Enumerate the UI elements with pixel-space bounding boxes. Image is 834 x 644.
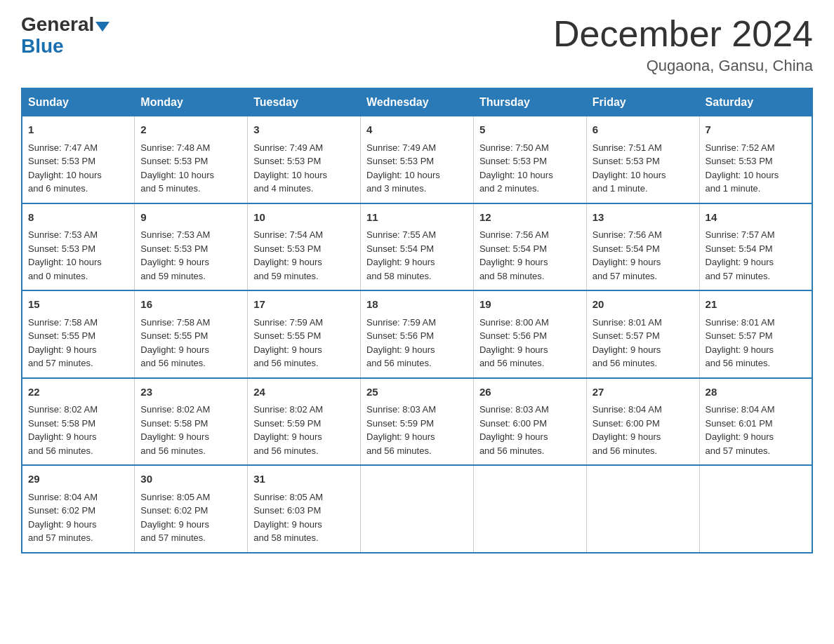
day-info: Sunrise: 8:02 AMSunset: 5:58 PMDaylight:… [140, 404, 210, 456]
day-info: Sunrise: 7:49 AMSunset: 5:53 PMDaylight:… [253, 142, 327, 194]
day-info: Sunrise: 8:03 AMSunset: 6:00 PMDaylight:… [479, 404, 549, 456]
page-header: General Blue December 2024 Qugaona, Gans… [21, 14, 813, 75]
calendar-week-row: 1Sunrise: 7:47 AMSunset: 5:53 PMDaylight… [22, 116, 812, 203]
table-row: 3Sunrise: 7:49 AMSunset: 5:53 PMDaylight… [248, 116, 361, 203]
calendar-week-row: 8Sunrise: 7:53 AMSunset: 5:53 PMDaylight… [22, 203, 812, 291]
day-info: Sunrise: 7:56 AMSunset: 5:54 PMDaylight:… [479, 229, 549, 281]
header-sunday: Sunday [22, 88, 135, 116]
day-info: Sunrise: 7:47 AMSunset: 5:53 PMDaylight:… [28, 142, 102, 194]
day-number: 9 [140, 210, 241, 226]
header-friday: Friday [586, 88, 699, 116]
day-info: Sunrise: 8:01 AMSunset: 5:57 PMDaylight:… [706, 317, 775, 369]
day-number: 25 [366, 384, 468, 401]
table-row: 25Sunrise: 8:03 AMSunset: 5:59 PMDayligh… [361, 378, 474, 466]
header-monday: Monday [135, 88, 248, 116]
day-number: 17 [253, 297, 355, 313]
table-row: 20Sunrise: 8:01 AMSunset: 5:57 PMDayligh… [586, 290, 699, 378]
day-info: Sunrise: 8:01 AMSunset: 5:57 PMDaylight:… [593, 317, 662, 369]
day-info: Sunrise: 7:51 AMSunset: 5:53 PMDaylight:… [593, 142, 666, 194]
table-row: 13Sunrise: 7:56 AMSunset: 5:54 PMDayligh… [586, 203, 699, 291]
day-number: 24 [253, 384, 355, 401]
table-row: 4Sunrise: 7:49 AMSunset: 5:53 PMDaylight… [361, 116, 474, 203]
day-info: Sunrise: 7:53 AMSunset: 5:53 PMDaylight:… [140, 229, 210, 281]
table-row [473, 465, 586, 553]
table-row [361, 465, 474, 553]
title-block: December 2024 Qugaona, Gansu, China [553, 14, 813, 75]
table-row: 12Sunrise: 7:56 AMSunset: 5:54 PMDayligh… [473, 203, 586, 291]
table-row: 2Sunrise: 7:48 AMSunset: 5:53 PMDaylight… [135, 116, 248, 203]
table-row: 30Sunrise: 8:05 AMSunset: 6:02 PMDayligh… [135, 465, 248, 553]
day-number: 12 [479, 210, 581, 226]
day-info: Sunrise: 7:49 AMSunset: 5:53 PMDaylight:… [366, 142, 440, 194]
day-info: Sunrise: 8:05 AMSunset: 6:03 PMDaylight:… [253, 492, 323, 544]
day-info: Sunrise: 7:56 AMSunset: 5:54 PMDaylight:… [593, 229, 662, 281]
day-info: Sunrise: 7:58 AMSunset: 5:55 PMDaylight:… [28, 317, 98, 369]
day-number: 27 [593, 384, 694, 401]
day-info: Sunrise: 8:04 AMSunset: 6:01 PMDaylight:… [706, 404, 775, 456]
page-subtitle: Qugaona, Gansu, China [553, 57, 813, 75]
day-info: Sunrise: 7:48 AMSunset: 5:53 PMDaylight:… [140, 142, 214, 194]
day-info: Sunrise: 8:03 AMSunset: 5:59 PMDaylight:… [366, 404, 436, 456]
header-saturday: Saturday [699, 88, 812, 116]
logo-blue-line: Blue [21, 36, 64, 58]
day-info: Sunrise: 7:58 AMSunset: 5:55 PMDaylight:… [140, 317, 210, 369]
day-number: 18 [366, 297, 468, 313]
table-row: 8Sunrise: 7:53 AMSunset: 5:53 PMDaylight… [22, 203, 135, 291]
day-info: Sunrise: 7:59 AMSunset: 5:55 PMDaylight:… [253, 317, 323, 369]
day-number: 8 [28, 210, 128, 226]
logo-general-line: General [21, 14, 110, 36]
day-number: 4 [366, 122, 468, 138]
calendar-week-row: 22Sunrise: 8:02 AMSunset: 5:58 PMDayligh… [22, 378, 812, 466]
day-number: 7 [706, 122, 806, 138]
day-info: Sunrise: 7:54 AMSunset: 5:53 PMDaylight:… [253, 229, 323, 281]
table-row: 29Sunrise: 8:04 AMSunset: 6:02 PMDayligh… [22, 465, 135, 553]
day-info: Sunrise: 8:02 AMSunset: 5:59 PMDaylight:… [253, 404, 323, 456]
calendar-table: Sunday Monday Tuesday Wednesday Thursday… [21, 88, 813, 554]
day-number: 20 [593, 297, 694, 313]
logo: General Blue [21, 14, 110, 58]
table-row: 21Sunrise: 8:01 AMSunset: 5:57 PMDayligh… [699, 290, 812, 378]
day-number: 29 [28, 471, 128, 488]
day-info: Sunrise: 7:55 AMSunset: 5:54 PMDaylight:… [366, 229, 436, 281]
table-row: 10Sunrise: 7:54 AMSunset: 5:53 PMDayligh… [248, 203, 361, 291]
page-title: December 2024 [553, 14, 813, 54]
day-number: 2 [140, 122, 241, 138]
table-row: 5Sunrise: 7:50 AMSunset: 5:53 PMDaylight… [473, 116, 586, 203]
day-number: 3 [253, 122, 355, 138]
day-info: Sunrise: 7:52 AMSunset: 5:53 PMDaylight:… [706, 142, 779, 194]
table-row: 19Sunrise: 8:00 AMSunset: 5:56 PMDayligh… [473, 290, 586, 378]
day-number: 23 [140, 384, 241, 401]
header-tuesday: Tuesday [248, 88, 361, 116]
table-row: 27Sunrise: 8:04 AMSunset: 6:00 PMDayligh… [586, 378, 699, 466]
calendar-week-row: 15Sunrise: 7:58 AMSunset: 5:55 PMDayligh… [22, 290, 812, 378]
day-number: 31 [253, 471, 355, 488]
table-row: 11Sunrise: 7:55 AMSunset: 5:54 PMDayligh… [361, 203, 474, 291]
table-row: 15Sunrise: 7:58 AMSunset: 5:55 PMDayligh… [22, 290, 135, 378]
day-info: Sunrise: 7:53 AMSunset: 5:53 PMDaylight:… [28, 229, 102, 281]
day-number: 15 [28, 297, 128, 313]
calendar-week-row: 29Sunrise: 8:04 AMSunset: 6:02 PMDayligh… [22, 465, 812, 553]
day-number: 26 [479, 384, 581, 401]
day-info: Sunrise: 7:59 AMSunset: 5:56 PMDaylight:… [366, 317, 436, 369]
table-row: 1Sunrise: 7:47 AMSunset: 5:53 PMDaylight… [22, 116, 135, 203]
table-row: 26Sunrise: 8:03 AMSunset: 6:00 PMDayligh… [473, 378, 586, 466]
table-row: 24Sunrise: 8:02 AMSunset: 5:59 PMDayligh… [248, 378, 361, 466]
day-number: 28 [706, 384, 806, 401]
table-row: 22Sunrise: 8:02 AMSunset: 5:58 PMDayligh… [22, 378, 135, 466]
logo-blue-text: Blue [21, 35, 64, 57]
day-number: 13 [593, 210, 694, 226]
table-row: 17Sunrise: 7:59 AMSunset: 5:55 PMDayligh… [248, 290, 361, 378]
day-number: 14 [706, 210, 806, 226]
logo-triangle-icon [95, 22, 110, 32]
day-info: Sunrise: 8:02 AMSunset: 5:58 PMDaylight:… [28, 404, 98, 456]
day-number: 22 [28, 384, 128, 401]
day-number: 5 [479, 122, 581, 138]
day-number: 19 [479, 297, 581, 313]
table-row: 14Sunrise: 7:57 AMSunset: 5:54 PMDayligh… [699, 203, 812, 291]
table-row: 9Sunrise: 7:53 AMSunset: 5:53 PMDaylight… [135, 203, 248, 291]
header-wednesday: Wednesday [361, 88, 474, 116]
table-row [699, 465, 812, 553]
day-info: Sunrise: 7:50 AMSunset: 5:53 PMDaylight:… [479, 142, 553, 194]
table-row: 23Sunrise: 8:02 AMSunset: 5:58 PMDayligh… [135, 378, 248, 466]
day-info: Sunrise: 8:05 AMSunset: 6:02 PMDaylight:… [140, 492, 210, 544]
